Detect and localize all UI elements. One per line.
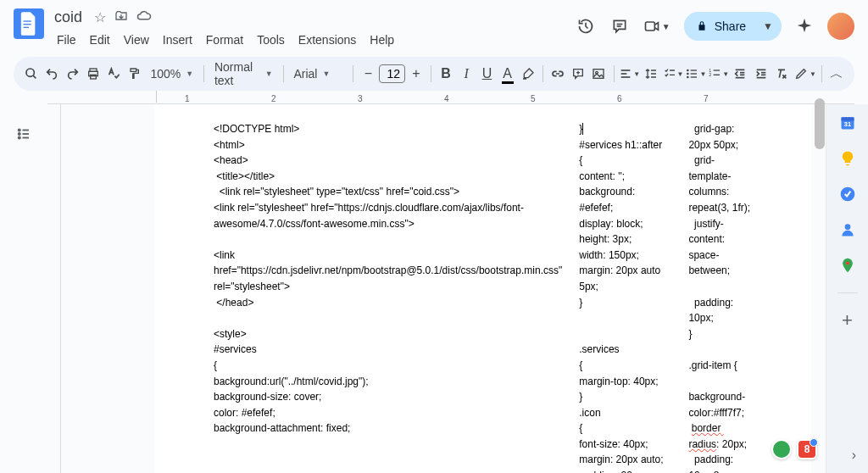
svg-rect-1 xyxy=(24,24,31,25)
clear-formatting-icon[interactable] xyxy=(772,62,791,86)
page[interactable]: <!DOCTYPE html> <html> <head> <title></t… xyxy=(154,104,811,473)
meet-icon[interactable]: ▼ xyxy=(643,16,670,36)
svg-rect-11 xyxy=(593,70,604,79)
menu-view[interactable]: View xyxy=(118,30,155,50)
svg-rect-2 xyxy=(24,27,29,28)
font-size-input[interactable]: 12 xyxy=(379,64,404,83)
share-button[interactable]: Share xyxy=(684,12,758,41)
menu-edit[interactable]: Edit xyxy=(84,30,116,50)
move-icon[interactable] xyxy=(114,9,128,26)
account-avatar[interactable] xyxy=(827,13,854,40)
share-label: Share xyxy=(715,19,746,33)
svg-line-7 xyxy=(33,75,36,78)
svg-point-17 xyxy=(687,73,689,75)
decrease-font-icon[interactable]: − xyxy=(359,62,377,86)
increase-font-icon[interactable]: + xyxy=(407,62,426,86)
svg-rect-20 xyxy=(691,73,697,74)
spellcheck-icon[interactable] xyxy=(104,62,123,86)
menu-bar: File Edit View Insert Format Tools Exten… xyxy=(51,28,569,50)
svg-point-18 xyxy=(687,76,689,79)
underline-icon[interactable]: U xyxy=(477,62,496,86)
get-addons-icon[interactable]: + xyxy=(839,312,856,329)
line-spacing-icon[interactable] xyxy=(642,62,660,86)
insert-link-icon[interactable] xyxy=(548,62,567,86)
docs-app-icon[interactable] xyxy=(14,8,44,39)
explore-badge-icon[interactable] xyxy=(771,439,792,459)
tasks-app-icon[interactable] xyxy=(839,186,856,203)
svg-rect-0 xyxy=(24,20,31,21)
share-dropdown-icon[interactable]: ▼ xyxy=(760,20,782,32)
redo-icon[interactable] xyxy=(63,62,81,86)
star-icon[interactable]: ☆ xyxy=(94,9,106,25)
column-3[interactable]: grid-gap: 20px 50px; grid-template-colum… xyxy=(688,121,752,473)
keep-app-icon[interactable] xyxy=(839,150,856,167)
svg-rect-19 xyxy=(691,70,697,70)
calendar-app-icon[interactable]: 31 xyxy=(839,114,856,131)
align-icon[interactable]: ▼ xyxy=(619,62,640,86)
svg-text:2: 2 xyxy=(709,72,712,77)
bulleted-list-icon[interactable]: ▼ xyxy=(685,62,706,86)
bold-icon[interactable]: B xyxy=(437,62,455,86)
column-2[interactable]: } #services h1::after { content: ''; bac… xyxy=(579,121,671,473)
search-menus-icon[interactable] xyxy=(22,62,41,86)
column-1[interactable]: <!DOCTYPE html> <html> <head> <title></t… xyxy=(214,121,562,473)
collapse-toolbar-icon[interactable]: ︿ xyxy=(827,62,846,86)
add-comment-icon[interactable] xyxy=(569,62,587,86)
toolbar: 100%▼ Normal text▼ Arial▼ − 12 + B I U A… xyxy=(14,57,854,91)
paint-format-icon[interactable] xyxy=(125,62,143,86)
document-viewport[interactable]: <!DOCTYPE html> <html> <head> <title></t… xyxy=(47,104,826,473)
italic-icon[interactable]: I xyxy=(457,62,476,86)
gemini-icon[interactable] xyxy=(795,17,814,36)
notification-badge[interactable]: 8 xyxy=(797,439,817,459)
svg-rect-5 xyxy=(645,22,654,31)
svg-point-35 xyxy=(19,133,20,135)
decrease-indent-icon[interactable] xyxy=(731,62,749,86)
svg-point-36 xyxy=(19,136,20,138)
contacts-app-icon[interactable] xyxy=(839,221,856,238)
insert-image-icon[interactable] xyxy=(589,62,608,86)
highlight-icon[interactable] xyxy=(519,62,537,86)
horizontal-ruler[interactable]: 1 2 3 4 5 6 7 xyxy=(47,91,854,104)
text-color-icon[interactable]: A xyxy=(498,62,517,86)
outline-toggle-icon[interactable] xyxy=(11,121,36,147)
side-panel-expand-icon[interactable]: › xyxy=(852,448,856,463)
svg-rect-21 xyxy=(691,76,697,77)
vertical-scrollbar[interactable] xyxy=(815,98,825,149)
svg-point-6 xyxy=(26,69,34,76)
document-title[interactable]: coid xyxy=(51,8,86,26)
zoom-dropdown[interactable]: 100%▼ xyxy=(145,64,198,84)
cloud-status-icon[interactable] xyxy=(136,10,152,25)
menu-extensions[interactable]: Extensions xyxy=(292,30,362,50)
svg-point-44 xyxy=(844,224,850,230)
svg-point-45 xyxy=(845,261,849,264)
style-dropdown[interactable]: Normal text▼ xyxy=(209,57,278,91)
maps-app-icon[interactable] xyxy=(839,257,856,274)
menu-file[interactable]: File xyxy=(51,30,82,50)
editing-mode-icon[interactable]: ▼ xyxy=(794,62,816,86)
print-icon[interactable] xyxy=(84,62,103,86)
font-dropdown[interactable]: Arial▼ xyxy=(288,64,348,84)
menu-help[interactable]: Help xyxy=(364,30,400,50)
svg-point-16 xyxy=(687,70,689,72)
comments-icon[interactable] xyxy=(609,16,630,36)
svg-text:31: 31 xyxy=(843,120,850,128)
menu-insert[interactable]: Insert xyxy=(157,30,198,50)
menu-format[interactable]: Format xyxy=(200,30,249,50)
increase-indent-icon[interactable] xyxy=(752,62,771,86)
side-panel: 31 + xyxy=(826,104,868,473)
undo-icon[interactable] xyxy=(42,62,61,86)
numbered-list-icon[interactable]: 12▼ xyxy=(708,62,729,86)
history-icon[interactable] xyxy=(576,16,596,36)
svg-point-34 xyxy=(19,129,20,131)
checklist-icon[interactable]: ▼ xyxy=(663,62,684,86)
menu-tools[interactable]: Tools xyxy=(251,30,291,50)
